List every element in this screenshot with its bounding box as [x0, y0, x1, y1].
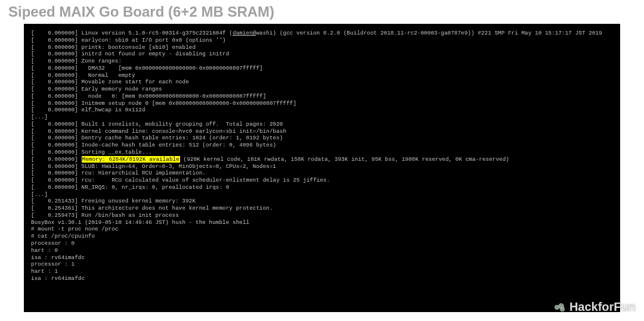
log-line: [ 0.000000] rcu: Hierarchical RCU implem…	[31, 170, 613, 177]
log-line: [ 0.000000] Early memory node ranges	[31, 86, 613, 93]
log-line: [ 0.000000] Normal empty	[31, 72, 613, 79]
watermark-text: HackforFun	[569, 300, 636, 314]
log-line: [ 0.000000] Built 1 zonelists, mobility …	[31, 121, 613, 128]
log-line: [ 0.000000] Memory: 6284K/8192K availabl…	[31, 156, 613, 163]
log-line: [ 0.000000] Movable zone start for each …	[31, 79, 613, 86]
log-line: [ 0.000000] Kernel command line: console…	[31, 128, 613, 135]
log-line: [ 0.000000] NR_IRQS: 0, nr_irqs: 0, prea…	[31, 184, 613, 191]
log-line: [ 0.000000] Initmem setup node 0 [mem 0x…	[31, 100, 613, 107]
log-line: # mount -t proc none /proc	[31, 226, 613, 233]
log-line: # cat /proc/cpuinfo	[31, 233, 613, 240]
log-line: [ 0.000000] Sorting __ex_table...	[31, 149, 613, 156]
log-line: [ 0.254361] This architecture does not h…	[31, 205, 613, 212]
log-line: [ 0.000000] DMA32 [mem 0x000000008000000…	[31, 65, 613, 72]
log-line: [...]	[31, 114, 613, 121]
log-line: [ 0.000000] node 0: [mem 0x0000000080000…	[31, 93, 613, 100]
log-line: [ 0.000000] Dentry cache hash table entr…	[31, 135, 613, 142]
log-line: [ 0.000000] printk: bootconsole [sbi0] e…	[31, 44, 613, 51]
memory-highlight: Memory: 6284K/8192K available	[82, 156, 180, 163]
log-line: BusyBox v1.30.1 (2019-05-10 14:49:46 JST…	[31, 219, 613, 226]
log-line: [ 0.000000] Linux version 5.1.0-rc5-0031…	[31, 30, 613, 37]
page-title: Sipeed MAIX Go Board (6+2 MB SRAM)	[0, 0, 644, 24]
log-line: isa : rv64imafdc	[31, 254, 613, 261]
log-line: processor : 1	[31, 261, 613, 268]
log-line: [ 0.000000] SLUB: HWalign=64, Order=0-3,…	[31, 163, 613, 170]
log-line: [ 0.259473] Run /bin/bash as init proces…	[31, 212, 613, 219]
log-line: isa : rv64imafdc	[31, 275, 613, 282]
log-line: hart : 0	[31, 247, 613, 254]
log-line: [ 0.000000] earlycon: sbi0 at I/O port 0…	[31, 37, 613, 44]
log-line: [ 0.251433] Freeing unused kernel memory…	[31, 198, 613, 205]
chat-icon	[553, 302, 566, 313]
log-line: [...]	[31, 191, 613, 198]
user-host-link: damien@	[233, 30, 256, 36]
log-line: [ 0.000000] Inode-cache hash table entri…	[31, 142, 613, 149]
log-line: [ 0.000000] Zone ranges:	[31, 58, 613, 65]
log-line: [ 0.000000] initrd not found or empty - …	[31, 51, 613, 58]
log-line: [ 0.000000] elf_hwcap is 0x112d	[31, 107, 613, 114]
log-line: hart : 1	[31, 268, 613, 275]
watermark: HackforFun	[553, 300, 636, 314]
terminal-output: [ 0.000000] Linux version 5.1.0-rc5-0031…	[24, 24, 620, 312]
log-line: [ 0.000000] rcu: RCU calculated value of…	[31, 177, 613, 184]
log-line: processor : 0	[31, 240, 613, 247]
